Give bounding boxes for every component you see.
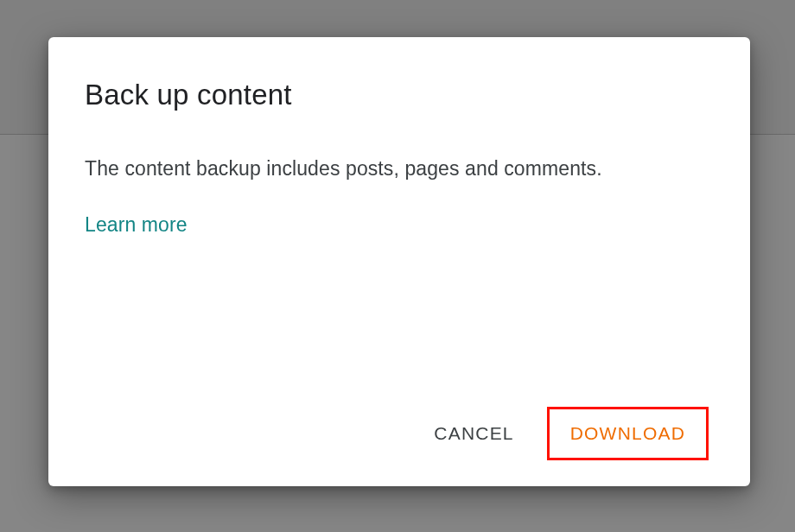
learn-more-link[interactable]: Learn more — [85, 213, 188, 237]
backup-content-dialog: Back up content The content backup inclu… — [48, 37, 750, 486]
cancel-button[interactable]: CANCEL — [425, 408, 522, 459]
dialog-body-text: The content backup includes posts, pages… — [85, 155, 714, 182]
dialog-actions: CANCEL DOWNLOAD — [85, 407, 714, 460]
download-button-highlight: DOWNLOAD — [547, 407, 709, 460]
download-button[interactable]: DOWNLOAD — [551, 411, 704, 456]
dialog-title: Back up content — [85, 79, 714, 111]
